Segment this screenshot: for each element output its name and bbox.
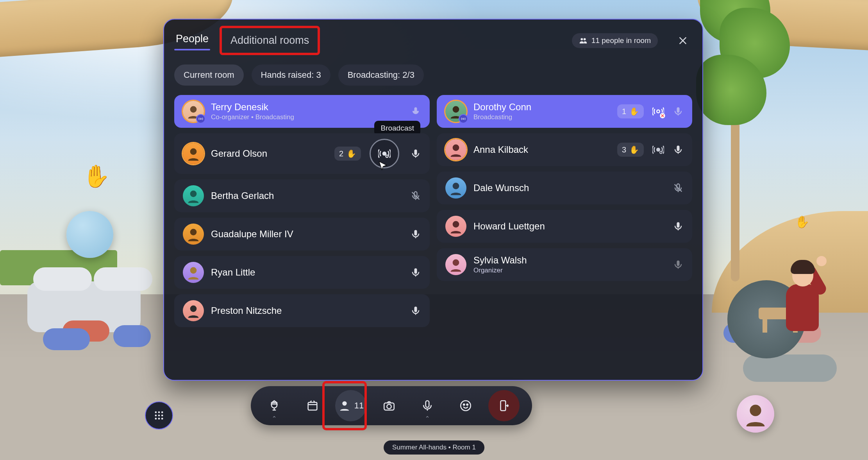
hand-raised-badge: 1 ✋: [617, 104, 644, 118]
broadcast-badge-icon: [196, 114, 205, 124]
scene-avatar: [66, 211, 113, 258]
participant-name: Anna Kilback: [473, 144, 528, 155]
svg-point-6: [383, 152, 386, 155]
people-count-badge[interactable]: 11 people in room: [572, 33, 658, 48]
mic-icon: [410, 305, 421, 316]
svg-rect-29: [677, 222, 680, 228]
hand-raised-badge: 2 ✋: [334, 147, 361, 161]
participant-card[interactable]: Dale Wunsch: [437, 172, 692, 204]
stop-broadcast-button[interactable]: [652, 106, 664, 117]
avatar: [183, 143, 204, 164]
svg-rect-21: [677, 107, 680, 113]
participant-name: Terry Denesik: [211, 102, 294, 113]
svg-point-38: [155, 418, 157, 420]
tab-people[interactable]: People: [174, 30, 210, 50]
tab-additional-rooms[interactable]: Additional rooms: [229, 32, 311, 49]
chevron-up-icon: [271, 414, 277, 420]
svg-point-46: [461, 401, 471, 411]
mic-muted-icon: [410, 190, 421, 201]
svg-point-13: [190, 267, 197, 274]
people-count-text: 11 people in room: [591, 36, 651, 45]
camera-button[interactable]: [373, 390, 405, 421]
participant-card[interactable]: Gerard Olson 2 ✋: [174, 133, 430, 174]
avatar: [445, 177, 466, 199]
broadcast-button[interactable]: [652, 144, 664, 156]
participant-card[interactable]: Anna Kilback 3 ✋: [437, 133, 692, 166]
reactions-button[interactable]: [450, 390, 481, 421]
mic-icon: [673, 144, 684, 155]
scene-person: [770, 249, 833, 351]
raised-hand-icon: ✋: [629, 145, 639, 154]
svg-point-48: [467, 404, 468, 405]
participant-name: Bertha Gerlach: [211, 190, 274, 201]
svg-rect-31: [677, 261, 680, 266]
svg-rect-49: [501, 401, 506, 411]
participant-card[interactable]: Dorothy Conn Broadcasting 1 ✋: [437, 95, 692, 128]
scene-rock: [743, 354, 837, 382]
svg-rect-8: [414, 150, 417, 155]
svg-point-39: [158, 418, 160, 420]
participant-subtitle: Broadcasting: [473, 113, 531, 121]
host-tools-button[interactable]: [259, 390, 290, 421]
participant-card[interactable]: Terry Denesik Co-organizer • Broadcastin…: [174, 95, 430, 128]
avatar: [445, 216, 466, 237]
participant-card[interactable]: Preston Nitzsche: [174, 294, 430, 327]
mic-icon: [410, 267, 421, 278]
panel-header: People Additional rooms 11 people in roo…: [174, 30, 692, 50]
avatar: [445, 139, 466, 160]
participants-col-right: Dorothy Conn Broadcasting 1 ✋: [437, 95, 692, 327]
svg-point-22: [453, 145, 459, 151]
activities-button[interactable]: [297, 390, 328, 421]
filter-broadcasting[interactable]: Broadcasting: 2/3: [338, 64, 424, 86]
toolbar: 11: [251, 386, 532, 425]
self-avatar[interactable]: [737, 395, 774, 433]
participant-name: Guadalupe Miller IV: [211, 229, 293, 240]
svg-rect-16: [414, 307, 417, 312]
svg-point-0: [580, 38, 583, 40]
mic-icon: [673, 106, 684, 117]
avatar: [183, 101, 204, 122]
svg-point-26: [453, 183, 459, 190]
avatar: [445, 254, 466, 275]
svg-rect-41: [308, 403, 317, 410]
svg-point-30: [453, 260, 459, 266]
filter-hands-raised[interactable]: Hands raised: 3: [252, 64, 330, 86]
svg-point-28: [453, 221, 459, 228]
leave-button[interactable]: [488, 390, 520, 421]
participant-card[interactable]: Bertha Gerlach: [174, 179, 430, 212]
participant-card[interactable]: Sylvia Walsh Organizer: [437, 248, 692, 281]
svg-point-34: [161, 412, 163, 413]
participant-card[interactable]: Howard Luettgen: [437, 210, 692, 243]
participant-name: Gerard Olson: [211, 148, 267, 159]
participant-card[interactable]: Ryan Little: [174, 256, 430, 289]
svg-rect-45: [426, 401, 429, 407]
participant-name: Dale Wunsch: [473, 183, 529, 193]
cursor-icon: [377, 161, 388, 172]
participant-subtitle: Organizer: [473, 267, 527, 274]
svg-point-44: [387, 404, 391, 408]
svg-point-36: [158, 415, 160, 417]
filter-current-room[interactable]: Current room: [174, 64, 244, 86]
avatar: [183, 185, 204, 206]
svg-point-9: [190, 191, 197, 197]
microphone-button[interactable]: [412, 390, 443, 421]
people-icon: [579, 36, 588, 45]
scene-cushion: [43, 328, 90, 350]
participant-name: Dorothy Conn: [473, 102, 531, 113]
participants-columns: Terry Denesik Co-organizer • Broadcastin…: [174, 95, 692, 327]
svg-rect-25: [677, 146, 680, 151]
people-button[interactable]: 11: [335, 390, 366, 421]
participant-card[interactable]: Guadalupe Miller IV: [174, 218, 430, 251]
scene-tree: [708, 0, 763, 281]
svg-rect-12: [414, 230, 417, 236]
raised-hand-icon: ✋: [795, 215, 809, 229]
menu-button[interactable]: [145, 401, 173, 430]
svg-point-5: [190, 149, 197, 155]
mic-muted-icon: [673, 183, 684, 193]
participant-name: Howard Luettgen: [473, 221, 545, 232]
raised-hand-icon: ✋: [346, 149, 356, 158]
close-button[interactable]: [673, 31, 692, 50]
svg-point-15: [190, 306, 197, 312]
people-count: 11: [354, 401, 364, 411]
mic-icon: [673, 221, 684, 232]
